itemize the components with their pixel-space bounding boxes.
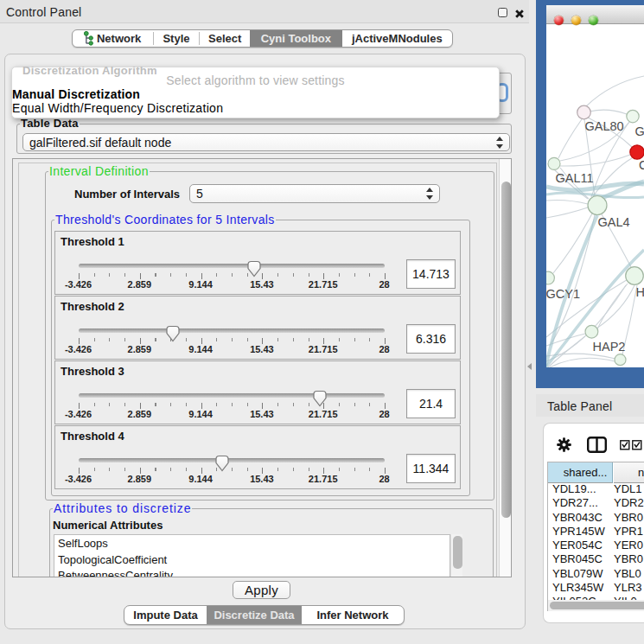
svg-text:C: C bbox=[639, 158, 644, 172]
svg-text:GAL80: GAL80 bbox=[585, 119, 624, 133]
svg-text:GA: GA bbox=[635, 124, 644, 138]
svg-text:GAL11: GAL11 bbox=[556, 171, 594, 185]
svg-text:H: H bbox=[636, 285, 644, 299]
svg-text:GCY1: GCY1 bbox=[546, 287, 580, 301]
svg-text:HAP2: HAP2 bbox=[593, 340, 626, 354]
svg-text:GAL4: GAL4 bbox=[598, 215, 630, 229]
